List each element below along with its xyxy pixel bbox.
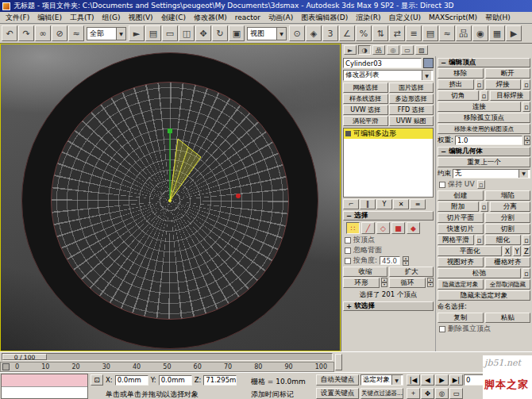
make-unique-icon[interactable]: Y bbox=[376, 199, 392, 209]
select-and-scale-icon[interactable]: ▣ bbox=[229, 25, 245, 41]
select-by-name-icon[interactable]: ▤ bbox=[145, 25, 161, 41]
hide-unselected-button[interactable]: 隐藏未选定对象 bbox=[438, 290, 530, 301]
y-coordinate-field[interactable]: 0.0mm bbox=[159, 375, 192, 386]
selection-filter-dropdown[interactable]: 全部 ▼ bbox=[87, 27, 126, 40]
poly-select-button[interactable]: 多边形选择 bbox=[389, 94, 434, 104]
reference-coordinate-system-dropdown[interactable]: 视图 ▼ bbox=[247, 27, 287, 40]
use-pivot-point-center-icon[interactable]: ⊙ bbox=[289, 25, 305, 41]
weight-spinner[interactable]: ▴▾ bbox=[524, 136, 530, 145]
maximize-viewport-toggle-icon[interactable]: ▭ bbox=[449, 388, 463, 399]
menu-graph-editors[interactable]: 图表编辑器(D) bbox=[297, 12, 352, 24]
modifier-stack[interactable]: 可编辑多边形 bbox=[343, 128, 434, 198]
menu-views[interactable]: 视图(V) bbox=[124, 12, 156, 24]
select-and-link-icon[interactable]: ∞ bbox=[35, 25, 51, 41]
shrink-button[interactable]: 收缩 bbox=[343, 267, 387, 277]
listener-macro-line[interactable] bbox=[2, 374, 87, 387]
create-button[interactable]: 创建 bbox=[438, 190, 484, 201]
soft-selection-rollout-header[interactable]: + 软选择 bbox=[343, 301, 434, 311]
tessellate-button[interactable]: 细化 bbox=[485, 235, 522, 245]
time-slider-handle[interactable]: 0 / 100 bbox=[2, 354, 47, 360]
target-weld-button[interactable]: 目标焊接 bbox=[490, 90, 531, 101]
orbit-icon[interactable]: ◎ bbox=[435, 388, 449, 399]
snaps-toggle-icon[interactable]: 3 bbox=[322, 25, 338, 41]
edit-vertices-rollout-header[interactable]: − 编辑顶点 bbox=[438, 58, 530, 67]
tessellate-settings-icon[interactable]: ▫ bbox=[522, 235, 530, 245]
chevron-down-icon[interactable]: ▼ bbox=[276, 28, 286, 40]
hierarchy-tab-icon[interactable]: 品 bbox=[372, 45, 385, 55]
z-coordinate-field[interactable]: 71.295mm bbox=[203, 375, 237, 386]
chevron-down-icon[interactable]: ▼ bbox=[116, 28, 125, 40]
edit-geometry-rollout-header[interactable]: − 编辑几何体 bbox=[438, 147, 530, 156]
selection-rollout-header[interactable]: − 选择 bbox=[343, 211, 434, 221]
chevron-down-icon[interactable]: ▼ bbox=[519, 170, 528, 178]
perspective-viewport[interactable] bbox=[0, 44, 341, 351]
zoom-icon[interactable]: ＋ bbox=[407, 388, 420, 399]
break-button[interactable]: 断开 bbox=[485, 68, 531, 79]
current-frame-field[interactable]: 0 bbox=[464, 374, 484, 386]
menu-file[interactable]: 文件(F) bbox=[2, 12, 33, 24]
chamfer-button[interactable]: 切角 bbox=[438, 90, 479, 101]
rectangular-selection-region-icon[interactable]: ▭ bbox=[162, 25, 178, 41]
undo-icon[interactable]: ↶ bbox=[2, 25, 17, 41]
cut-button[interactable]: 切割 bbox=[485, 224, 531, 234]
weld-settings-icon[interactable]: ▫ bbox=[522, 79, 530, 90]
go-to-start-icon[interactable]: |◀ bbox=[407, 374, 420, 386]
planar-z-button[interactable]: Z bbox=[522, 246, 530, 256]
render-setup-icon[interactable]: ▦ bbox=[489, 25, 505, 41]
border-subobject-icon[interactable]: ◇ bbox=[376, 222, 390, 234]
msmooth-settings-icon[interactable]: ▫ bbox=[476, 235, 484, 245]
attach-settings-icon[interactable]: ▫ bbox=[480, 201, 488, 212]
relax-button[interactable]: 松弛 bbox=[438, 268, 521, 278]
connect-button[interactable]: 连接 bbox=[438, 102, 521, 112]
by-angle-checkbox[interactable] bbox=[345, 258, 351, 264]
display-tab-icon[interactable]: ▭ bbox=[401, 45, 414, 55]
grid-align-button[interactable]: 栅格对齐 bbox=[485, 257, 531, 267]
select-and-move-icon[interactable]: ✥ bbox=[195, 25, 211, 41]
remove-modifier-icon[interactable]: ✕ bbox=[393, 199, 409, 209]
delete-isolated-vertices-checkbox[interactable] bbox=[439, 326, 445, 332]
modifier-list-dropdown[interactable]: 修改器列表 ▼ bbox=[343, 70, 434, 81]
chamfer-settings-icon[interactable]: ▫ bbox=[480, 90, 488, 101]
detach-button[interactable]: 分离 bbox=[490, 201, 531, 212]
uvw-select-button[interactable]: UVW 选择 bbox=[343, 105, 388, 115]
add-time-tag[interactable]: 添加时间标记 bbox=[251, 389, 294, 399]
show-end-result-icon[interactable]: ‖ bbox=[360, 199, 376, 209]
loop-spinner[interactable]: ▴▾ bbox=[427, 278, 434, 288]
weight-field[interactable]: 1.0 bbox=[455, 136, 522, 145]
menu-maxscript[interactable]: MAXScript(M) bbox=[425, 13, 481, 22]
connect-settings-icon[interactable]: ▫ bbox=[522, 102, 530, 112]
set-key-button[interactable]: 设置关键点 bbox=[316, 388, 359, 399]
select-and-manipulate-icon[interactable]: ◈ bbox=[306, 25, 322, 41]
preserve-uv-settings-icon[interactable]: ▫ bbox=[477, 180, 485, 189]
align-icon[interactable]: ≡ bbox=[406, 25, 422, 41]
selected-vertex-dot[interactable] bbox=[236, 194, 241, 198]
listener-script-line[interactable] bbox=[2, 387, 87, 398]
bind-to-space-warp-icon[interactable]: ≈ bbox=[68, 25, 84, 41]
copy-button[interactable]: 复制 bbox=[438, 313, 484, 323]
motion-tab-icon[interactable]: ◎ bbox=[387, 45, 399, 55]
repeat-last-button[interactable]: 重复上一个 bbox=[438, 157, 530, 167]
time-slider[interactable]: 0 / 100 bbox=[0, 351, 334, 362]
view-align-button[interactable]: 视图对齐 bbox=[438, 257, 484, 267]
layer-manager-icon[interactable]: ▤ bbox=[422, 25, 438, 41]
previous-frame-icon[interactable]: ◀ bbox=[421, 374, 434, 386]
relax-settings-icon[interactable]: ▫ bbox=[522, 268, 530, 278]
time-slider-groove[interactable]: 0 / 100 bbox=[2, 353, 333, 361]
collapse-button[interactable]: 塌陷 bbox=[485, 190, 531, 201]
turbosmooth-button[interactable]: 涡轮平滑 bbox=[343, 116, 388, 126]
menu-group[interactable]: 组(G) bbox=[98, 12, 124, 24]
make-planar-button[interactable]: 平面化 bbox=[438, 246, 502, 256]
mesh-select-button[interactable]: 网格选择 bbox=[343, 82, 388, 93]
ffd-select-button[interactable]: FFD 选择 bbox=[389, 105, 434, 115]
play-animation-icon[interactable]: ▶ bbox=[435, 374, 449, 386]
vertex-subobject-icon[interactable]: ∷ bbox=[346, 222, 360, 234]
select-object-icon[interactable]: ► bbox=[129, 25, 145, 41]
uvw-map-button[interactable]: UVW 贴图 bbox=[389, 116, 434, 126]
stack-item-editable-poly[interactable]: 可编辑多边形 bbox=[344, 129, 433, 139]
planar-y-button[interactable]: Y bbox=[513, 246, 521, 256]
element-subobject-icon[interactable]: ◆ bbox=[407, 222, 420, 234]
percent-snap-toggle-icon[interactable]: % bbox=[356, 25, 372, 41]
msmooth-button[interactable]: 网格平滑 bbox=[438, 235, 474, 245]
mirror-icon[interactable]: ⇄ bbox=[389, 25, 405, 41]
menu-create[interactable]: 创建(C) bbox=[157, 12, 190, 24]
